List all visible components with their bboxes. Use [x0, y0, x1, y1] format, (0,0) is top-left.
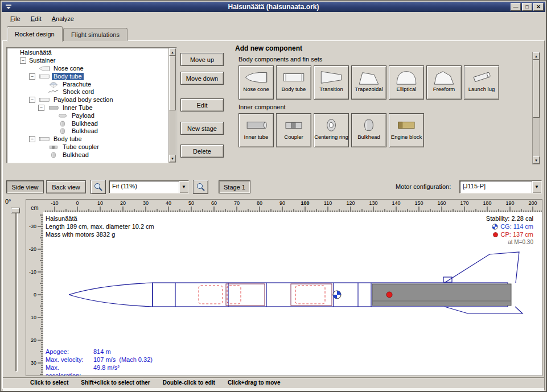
scrollbar-thumb[interactable] — [533, 60, 540, 118]
component-button-label: Trapezoidal — [355, 86, 383, 93]
move-down-button[interactable]: Move down — [180, 72, 224, 85]
svg-text:180: 180 — [483, 200, 491, 206]
zoom-select-value: Fit (11%) — [109, 181, 179, 193]
tree-item-haisun-t-[interactable]: Haisunäätä — [9, 49, 167, 57]
expander-icon[interactable]: − — [29, 73, 35, 80]
tree-item-sustainer[interactable]: −Sustainer — [9, 57, 167, 65]
bulkhead-icon — [46, 151, 61, 159]
tree-item-parachute[interactable]: Parachute — [9, 80, 167, 88]
zoom-select[interactable]: Fit (11%) ▼ — [109, 180, 189, 193]
svg-text:-10: -10 — [51, 200, 58, 206]
maximize-button[interactable]: □ — [522, 3, 532, 11]
motor-configuration-value: [J115-P] — [460, 181, 532, 193]
tree-item-nose-cone[interactable]: Nose cone — [9, 65, 167, 73]
add-trapezoidal-button[interactable]: Trapezoidal — [351, 65, 386, 100]
motor-configuration-select[interactable]: [J115-P] ▼ — [459, 180, 542, 193]
tree-item-payload-body-section[interactable]: −Payload body section — [9, 96, 167, 104]
expander-icon[interactable]: − — [29, 136, 35, 142]
scroll-down-icon[interactable]: ▼ — [533, 156, 540, 164]
svg-text:30: 30 — [143, 200, 149, 206]
component-button-label: Transition — [319, 86, 343, 93]
tree-item-payload[interactable]: Payload — [9, 112, 167, 119]
section-label-inner-component: Inner component — [238, 104, 532, 110]
rotation-slider-track[interactable] — [15, 209, 18, 372]
rotation-angle-label: 0° — [5, 198, 11, 205]
scrollbar-thumb[interactable] — [169, 56, 176, 110]
add-launch-lug-button[interactable]: Launch lug — [464, 65, 499, 100]
scroll-up-icon[interactable]: ▲ — [169, 48, 176, 56]
tree-item-inner-tube[interactable]: −Inner Tube — [9, 104, 167, 112]
menubar: FileEditAnalyze — [2, 13, 545, 24]
add-centering-ring-button[interactable]: Centering ring — [314, 113, 349, 147]
add-freeform-button[interactable]: Freeform — [426, 65, 462, 100]
zoom-in-button[interactable] — [91, 180, 106, 194]
titlebar[interactable]: Haisunäätä (haisunaata.ork) — □ ✕ — [2, 2, 545, 12]
expander-icon[interactable]: − — [38, 105, 44, 111]
new-stage-button[interactable]: New stage — [180, 122, 224, 135]
add-coupler-button[interactable]: Coupler — [276, 113, 311, 147]
chevron-down-icon[interactable]: ▼ — [179, 181, 188, 193]
tree-item-label: Haisunäätä — [18, 49, 54, 56]
menu-file[interactable]: File — [5, 14, 26, 24]
component-button-label: Body tube — [282, 86, 306, 93]
add-nose-cone-button[interactable]: Nose cone — [238, 65, 274, 100]
inner-tube-outline — [291, 284, 332, 306]
scroll-down-icon[interactable]: ▼ — [169, 155, 176, 162]
tree-item-bulkhead[interactable]: Bulkhead — [9, 151, 167, 159]
add-transition-button[interactable]: Transition — [314, 65, 349, 100]
add-bulkhead-button[interactable]: Bulkhead — [351, 113, 386, 147]
add-elliptical-button[interactable]: Elliptical — [389, 65, 424, 100]
chevron-down-icon[interactable]: ▼ — [532, 181, 541, 193]
back-view-button[interactable]: Back view — [46, 180, 86, 193]
zoom-out-button[interactable] — [193, 180, 208, 194]
scrollbar-track[interactable] — [533, 60, 540, 156]
bottom-strip — [3, 388, 544, 391]
menu-edit[interactable]: Edit — [26, 14, 47, 24]
tree-scrollbar[interactable]: ▲ ▼ — [168, 48, 176, 163]
expander-spacer — [47, 113, 54, 119]
scrollbar-track[interactable] — [169, 56, 176, 155]
add-inner-tube-button[interactable]: Inner tube — [238, 113, 274, 147]
expander-icon[interactable]: − — [20, 57, 26, 64]
add-engine-block-button[interactable]: Engine block — [389, 113, 424, 147]
delete-button[interactable]: Delete — [180, 145, 224, 158]
add-body-tube-button[interactable]: Body tube — [276, 65, 311, 100]
status-hint-click-to-select: Click to select — [30, 379, 68, 386]
minimize-button[interactable]: — — [511, 3, 521, 11]
status-hint-shift-click-to-select-other: Shift+click to select other — [81, 379, 150, 386]
svg-text:-20: -20 — [29, 246, 36, 252]
add-component-scrollbar[interactable]: ▲ ▼ — [532, 52, 540, 164]
flight-summary: Apogee: 814 m Max. velocity: 107 m/s (Ma… — [46, 348, 153, 376]
engineblock-icon — [394, 116, 419, 134]
tab-flight-simulations[interactable]: Flight simulations — [63, 28, 128, 41]
side-view-button[interactable]: Side view — [6, 180, 44, 193]
svg-text:30: 30 — [31, 360, 36, 366]
window-menu-icon[interactable] — [4, 3, 13, 11]
cg-value: CG: 114 cm — [500, 222, 533, 230]
rocket-canvas[interactable]: Haisunäätä Length 189 cm, max. diameter … — [43, 212, 542, 376]
expander-icon[interactable]: − — [29, 97, 35, 103]
centeringring-icon — [319, 116, 344, 134]
tree-item-bulkhead[interactable]: Bulkhead — [9, 119, 167, 127]
tree-item-bulkhead[interactable]: Bulkhead — [9, 127, 167, 135]
tree-item-tube-coupler[interactable]: Tube coupler — [9, 143, 167, 151]
stage-1-toggle[interactable]: Stage 1 — [219, 180, 250, 193]
tree-item-shock-cord[interactable]: Shock cord — [9, 88, 167, 96]
move-up-button[interactable]: Move up — [180, 53, 224, 66]
rotation-slider-handle[interactable] — [11, 208, 20, 213]
tree-item-label: Tube coupler — [61, 143, 101, 151]
add-component-panel: Body components and fin setsNose coneBod… — [232, 52, 532, 164]
svg-text:90: 90 — [279, 200, 285, 206]
rocket-name: Haisunäätä — [46, 214, 154, 222]
tab-rocket-design[interactable]: Rocket design — [7, 26, 63, 42]
innertube-icon — [244, 116, 269, 134]
tree-item-body-tube[interactable]: −Body tube — [9, 72, 167, 80]
svg-text:130: 130 — [369, 200, 377, 206]
trapezoidal-icon — [356, 68, 381, 86]
edit-button[interactable]: Edit — [180, 98, 224, 112]
menu-analyze[interactable]: Analyze — [47, 14, 79, 24]
tree-item-body-tube[interactable]: −Body tube — [9, 135, 167, 143]
scroll-up-icon[interactable]: ▲ — [533, 52, 540, 60]
close-button[interactable]: ✕ — [533, 3, 544, 11]
svg-text:110: 110 — [324, 200, 332, 206]
